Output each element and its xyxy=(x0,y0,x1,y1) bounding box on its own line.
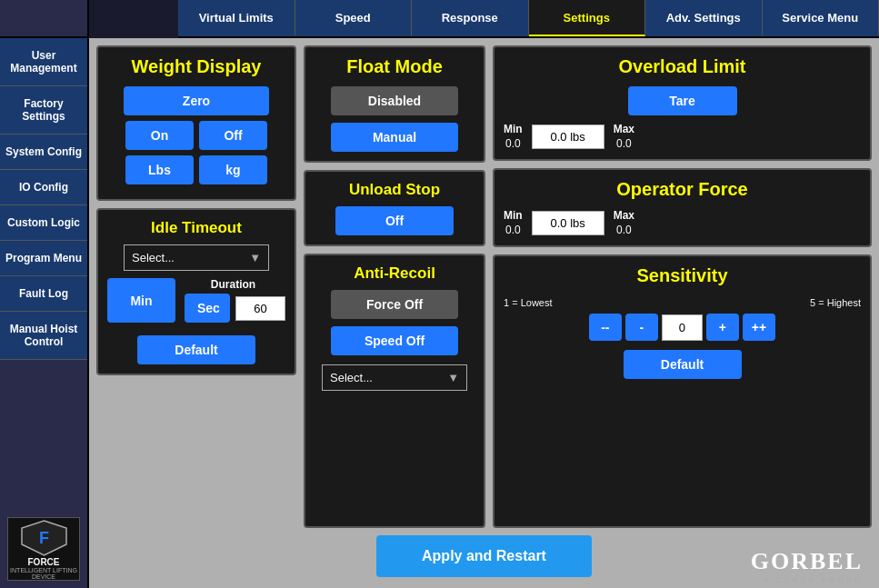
idle-default-button[interactable]: Default xyxy=(137,335,255,364)
sec-button[interactable]: Sec xyxy=(185,294,230,323)
sidebar-item-system-config[interactable]: System Config xyxy=(0,135,87,170)
anti-recoil-dropdown-arrow-icon: ▼ xyxy=(447,371,459,384)
overload-min-label: Min xyxy=(504,123,523,135)
sec-input[interactable] xyxy=(235,296,285,321)
tab-virtual-limits[interactable]: Virtual Limits xyxy=(178,0,295,36)
sensitivity-panel: Sensitivity 1 = Lowest 5 = Highest -- - … xyxy=(493,254,872,528)
overload-min-value: 0.0 xyxy=(505,137,521,150)
float-mode-title: Float Mode xyxy=(346,56,443,77)
tab-response[interactable]: Response xyxy=(412,0,529,36)
svg-text:F: F xyxy=(39,529,49,547)
duration-label: Duration xyxy=(181,278,285,291)
manual-button[interactable]: Manual xyxy=(331,123,458,152)
float-mode-panel: Float Mode Disabled Manual xyxy=(304,45,485,163)
sidebar: User Management Factory Settings System … xyxy=(0,38,89,588)
sidebar-item-user-management[interactable]: User Management xyxy=(0,38,87,86)
idle-timeout-title: Idle Timeout xyxy=(151,219,242,237)
operator-force-panel: Operator Force Min 0.0 Max 0.0 xyxy=(493,168,872,247)
inc-button[interactable]: + xyxy=(706,314,739,341)
dec-button[interactable]: - xyxy=(625,314,658,341)
sensitivity-labels: 1 = Lowest 5 = Highest xyxy=(504,297,861,308)
force-off-button[interactable]: Force Off xyxy=(331,290,458,319)
force-logo-sub: INTELLIGENT LIFTING DEVICE xyxy=(8,567,79,580)
overload-limit-title: Overload Limit xyxy=(618,56,745,77)
sensitivity-controls: -- - + ++ xyxy=(589,314,775,341)
sensitivity-default-button[interactable]: Default xyxy=(624,350,742,379)
off-button[interactable]: Off xyxy=(199,121,267,150)
sidebar-bottom: F FORCE INTELLIGENT LIFTING DEVICE xyxy=(0,510,87,588)
sidebar-item-manual-hoist-control[interactable]: Manual Hoist Control xyxy=(0,312,87,360)
tab-settings[interactable]: Settings xyxy=(529,0,646,36)
idle-timeout-panel: Idle Timeout Select... ▼ Min Duration Se… xyxy=(96,208,296,375)
disabled-button[interactable]: Disabled xyxy=(331,86,458,115)
on-button[interactable]: On xyxy=(125,121,194,150)
left-column: Weight Display Zero On Off Lbs kg Id xyxy=(96,45,296,528)
gorbel-name: GORBEL xyxy=(751,548,863,575)
anti-recoil-select[interactable]: Select... ▼ xyxy=(322,364,467,391)
kg-button[interactable]: kg xyxy=(199,155,267,184)
gorbel-logo-area: GORBEL A CLASS ABOVE xyxy=(751,548,863,584)
overload-max-value: 0.0 xyxy=(616,137,632,150)
sidebar-item-program-menu[interactable]: Program Menu xyxy=(0,241,87,276)
zero-button[interactable]: Zero xyxy=(124,86,269,115)
mid-column: Float Mode Disabled Manual Unload Stop O… xyxy=(304,45,485,528)
overload-max-label: Max xyxy=(614,123,634,135)
weight-display-panel: Weight Display Zero On Off Lbs kg xyxy=(96,45,296,201)
opforce-min-value: 0.0 xyxy=(505,224,521,236)
sensitivity-input[interactable] xyxy=(662,314,703,341)
tab-speed[interactable]: Speed xyxy=(295,0,413,36)
min-button[interactable]: Min xyxy=(107,278,175,323)
inc-inc-button[interactable]: ++ xyxy=(743,314,775,341)
dropdown-arrow-icon: ▼ xyxy=(249,251,261,264)
sidebar-item-io-config[interactable]: IO Config xyxy=(0,170,87,205)
sensitivity-title: Sensitivity xyxy=(636,265,727,286)
operator-force-title: Operator Force xyxy=(616,179,747,200)
sidebar-item-custom-logic[interactable]: Custom Logic xyxy=(0,205,87,241)
content-area: Weight Display Zero On Off Lbs kg Id xyxy=(89,38,879,588)
tare-button[interactable]: Tare xyxy=(628,86,737,115)
opforce-max-label: Max xyxy=(614,209,634,222)
right-column: Overload Limit Tare Min 0.0 Max 0.0 xyxy=(493,45,872,528)
tab-service-menu[interactable]: Service Menu xyxy=(763,0,880,36)
weight-display-title: Weight Display xyxy=(132,56,262,77)
operator-force-input[interactable] xyxy=(532,211,604,235)
unload-stop-title: Unload Stop xyxy=(349,181,440,199)
anti-recoil-title: Anti-Recoil xyxy=(354,264,435,283)
opforce-min-label: Min xyxy=(504,209,523,222)
unload-stop-off-button[interactable]: Off xyxy=(335,206,454,235)
overload-input[interactable] xyxy=(532,125,604,149)
sidebar-item-fault-log[interactable]: Fault Log xyxy=(0,276,87,312)
sidebar-item-factory-settings[interactable]: Factory Settings xyxy=(0,86,87,135)
unload-stop-panel: Unload Stop Off xyxy=(304,170,485,246)
force-logo-text: FORCE xyxy=(28,557,60,567)
overload-limit-panel: Overload Limit Tare Min 0.0 Max 0.0 xyxy=(493,45,872,161)
speed-off-button[interactable]: Speed Off xyxy=(331,326,458,355)
anti-recoil-panel: Anti-Recoil Force Off Speed Off Select..… xyxy=(304,254,485,528)
force-logo: F FORCE INTELLIGENT LIFTING DEVICE xyxy=(7,517,80,581)
apply-restart-button[interactable]: Apply and Restart xyxy=(376,535,592,577)
dec-dec-button[interactable]: -- xyxy=(589,314,622,341)
idle-timeout-select[interactable]: Select... ▼ xyxy=(124,244,269,271)
opforce-max-value: 0.0 xyxy=(616,224,632,236)
lbs-button[interactable]: Lbs xyxy=(125,155,194,184)
tab-adv-settings[interactable]: Adv. Settings xyxy=(645,0,763,36)
gorbel-tagline: A CLASS ABOVE xyxy=(751,575,863,584)
